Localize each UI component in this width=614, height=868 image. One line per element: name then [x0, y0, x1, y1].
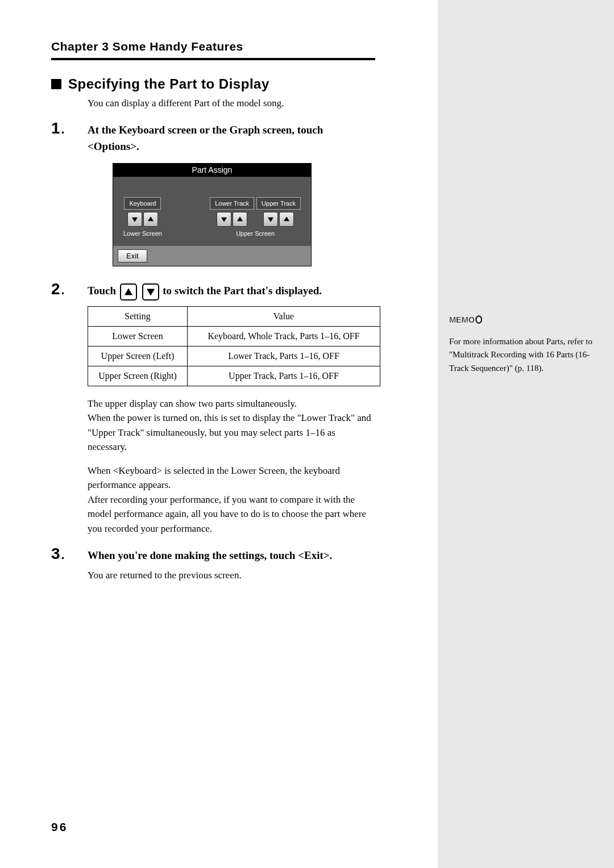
table-cell-value: Lower Track, Parts 1–16, OFF: [188, 346, 380, 366]
step-3-instruction: When you're done making the settings, to…: [88, 547, 375, 564]
page-number: 96: [51, 820, 68, 834]
chapter-header: Chapter 3 Some Handy Features: [51, 40, 375, 53]
arrow-down-icon: [142, 283, 159, 301]
table-cell-setting: Lower Screen: [88, 326, 188, 346]
table-header-row: Setting Value: [88, 306, 380, 326]
header-rule: [51, 58, 375, 60]
upper-screen-group: Lower Track Upper Track: [210, 197, 301, 237]
arrow-down-icon[interactable]: [127, 212, 142, 227]
exit-button[interactable]: Exit: [118, 249, 147, 262]
table-cell-setting: Upper Screen (Right): [88, 366, 188, 386]
step-2: 2. Touch to switch the Part that's displ…: [51, 280, 375, 301]
table-cell-value: Upper Track, Parts 1–16, OFF: [188, 366, 380, 386]
step-1-instruction: At the Keyboard screen or the Graph scre…: [88, 122, 375, 155]
screenshot-title: Part Assign: [113, 164, 311, 177]
table-cell-setting: Upper Screen (Left): [88, 346, 188, 366]
arrow-down-icon[interactable]: [263, 212, 278, 227]
step-number: 1.: [51, 119, 88, 155]
lower-screen-label: Lower Screen: [123, 230, 162, 237]
body-paragraph-2: When <Keyboard> is selected in the Lower…: [88, 464, 375, 536]
memo-icon: MEMO: [449, 312, 597, 331]
table-row: Upper Screen (Right) Upper Track, Parts …: [88, 366, 380, 386]
arrow-down-icon[interactable]: [217, 212, 231, 227]
step-3: 3. When you're done making the settings,…: [51, 545, 375, 564]
arrow-up-icon[interactable]: [233, 212, 247, 227]
body-paragraph-3: You are returned to the previous screen.: [88, 568, 375, 583]
lower-screen-group: Keyboard Lower Screen: [123, 197, 162, 237]
memo-text: For more information about Parts, refer …: [449, 335, 597, 375]
svg-text:MEMO: MEMO: [449, 315, 475, 324]
upper-track-button[interactable]: Upper Track: [256, 197, 301, 210]
table-row: Upper Screen (Left) Lower Track, Parts 1…: [88, 346, 380, 366]
intro-text: You can display a different Part of the …: [88, 98, 375, 109]
step-number: 3.: [51, 545, 88, 564]
keyboard-button[interactable]: Keyboard: [124, 197, 161, 210]
svg-point-1: [476, 316, 482, 323]
body-paragraph-1: The upper display can show two parts sim…: [88, 397, 375, 454]
table-header-setting: Setting: [88, 306, 188, 326]
step-2-instruction: Touch to switch the Part that's displaye…: [88, 282, 375, 301]
lower-track-button[interactable]: Lower Track: [210, 197, 254, 210]
step-number: 2.: [51, 280, 88, 301]
upper-screen-label: Upper Screen: [210, 230, 301, 237]
section-title: Specifying the Part to Display: [68, 76, 269, 92]
arrow-up-icon[interactable]: [279, 212, 294, 227]
part-assign-screenshot: Part Assign Keyboard Lower Screen Lower …: [113, 163, 312, 266]
arrow-up-icon[interactable]: [143, 212, 158, 227]
table-row: Lower Screen Keyboard, Whole Track, Part…: [88, 326, 380, 346]
table-cell-value: Keyboard, Whole Track, Parts 1–16, OFF: [188, 326, 380, 346]
settings-table: Setting Value Lower Screen Keyboard, Who…: [88, 306, 380, 386]
arrow-up-icon: [120, 283, 137, 301]
section-bullet-icon: [51, 79, 61, 89]
table-header-value: Value: [188, 306, 380, 326]
step-1: 1. At the Keyboard screen or the Graph s…: [51, 119, 375, 155]
